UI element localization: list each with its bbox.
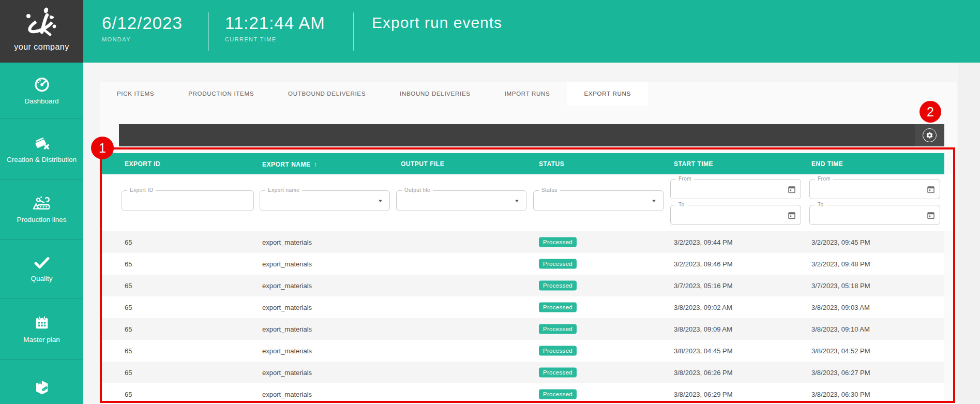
- sidebar-item-quality[interactable]: Quality: [0, 240, 83, 299]
- filter-export-id[interactable]: Export ID: [122, 190, 254, 211]
- export-id-input[interactable]: [127, 193, 219, 208]
- filter-end-time-to[interactable]: To: [809, 205, 940, 225]
- calendar-picker-icon[interactable]: [788, 211, 795, 219]
- start-from-input[interactable]: [676, 182, 767, 197]
- sidebar-item-production-lines[interactable]: Production lines: [0, 179, 83, 240]
- cell-export-name: export_materials: [262, 347, 312, 355]
- cell-end-time: 3/8/2023, 06:27 PM: [811, 369, 870, 377]
- table-row[interactable]: 65 export_materials Processed 3/8/2023, …: [102, 296, 944, 318]
- end-from-input[interactable]: [815, 182, 906, 197]
- filter-status-label: Status: [539, 187, 560, 193]
- tab-import-runs[interactable]: IMPORT RUNS: [488, 82, 567, 106]
- sidebar-item-master-plan[interactable]: Master plan: [0, 299, 83, 360]
- calendar-picker-icon[interactable]: [927, 185, 934, 193]
- column-header-export-name[interactable]: EXPORT NAME↑: [262, 160, 318, 168]
- cell-start-time: 3/7/2023, 05:16 PM: [674, 282, 732, 290]
- check-icon: [33, 256, 51, 270]
- status-input[interactable]: [539, 193, 629, 208]
- start-to-input[interactable]: [676, 207, 767, 223]
- tab-outbound-deliveries[interactable]: OUTBOUND DELIVERIES: [271, 82, 383, 106]
- cell-status: Processed: [539, 324, 577, 334]
- table-row[interactable]: 65 export_materials Processed 3/2/2023, …: [102, 253, 944, 275]
- status-badge: Processed: [539, 281, 577, 291]
- table-row[interactable]: 65 export_materials Processed 3/8/2023, …: [102, 340, 944, 362]
- filter-end-from-label: From: [815, 176, 833, 182]
- export-name-input[interactable]: [265, 193, 356, 208]
- chevron-down-icon[interactable]: ▼: [651, 199, 657, 203]
- cell-end-time: 3/7/2023, 05:18 PM: [811, 282, 870, 290]
- column-header-status[interactable]: STATUS: [539, 160, 564, 168]
- sidebar-item-label: Quality: [27, 275, 55, 283]
- filter-start-time-from[interactable]: From: [670, 179, 801, 199]
- column-header-end-time[interactable]: END TIME: [811, 160, 843, 168]
- cell-export-name: export_materials: [262, 325, 312, 333]
- settings-button-circle: [923, 128, 937, 142]
- cell-start-time: 3/8/2023, 04:45 PM: [674, 347, 732, 355]
- cell-export-id: 65: [125, 304, 132, 311]
- sidebar-item-dashboard[interactable]: Dashboard: [0, 63, 83, 119]
- tab-pick-items[interactable]: PICK ITEMS: [100, 82, 171, 106]
- status-badge: Processed: [539, 237, 577, 247]
- table-body: 65 export_materials Processed 3/2/2023, …: [102, 231, 944, 404]
- sidebar-item-partial[interactable]: [0, 360, 83, 404]
- table-row[interactable]: 65 export_materials Processed 3/8/2023, …: [102, 362, 944, 383]
- sidebar-nav: Dashboard Creation & Distribution: [0, 63, 83, 404]
- tab-inbound-deliveries[interactable]: INBOUND DELIVERIES: [383, 82, 488, 106]
- cell-end-time: 3/8/2023, 09:10 AM: [811, 325, 870, 333]
- column-header-start-time[interactable]: START TIME: [674, 160, 713, 168]
- grid-toolbar: [119, 124, 944, 146]
- conveyor-icon: [33, 194, 51, 211]
- calendar-picker-icon[interactable]: [788, 185, 795, 193]
- filter-export-name[interactable]: Export name ▼: [260, 190, 390, 211]
- status-badge: Processed: [539, 346, 577, 356]
- column-header-export-id[interactable]: EXPORT ID: [125, 160, 160, 168]
- date-block: 6/12/2023 MONDAY: [102, 13, 183, 42]
- cell-end-time: 3/8/2023, 04:52 PM: [811, 347, 870, 355]
- column-header-export-name-label: EXPORT NAME: [262, 160, 311, 168]
- cell-export-name: export_materials: [262, 369, 312, 377]
- column-header-output-file[interactable]: OUTPUT FILE: [401, 160, 444, 168]
- tab-production-items[interactable]: PRODUCTION ITEMS: [171, 82, 271, 106]
- filter-status[interactable]: Status ▼: [533, 190, 664, 211]
- table-row[interactable]: 65 export_materials Processed 3/8/2023, …: [102, 383, 944, 404]
- output-file-input[interactable]: [402, 193, 492, 208]
- tickets-icon: [33, 134, 51, 151]
- table-row[interactable]: 65 export_materials Processed 3/7/2023, …: [102, 275, 944, 296]
- annotation-marker-2: 2: [919, 101, 941, 123]
- cell-end-time: 3/2/2023, 09:45 PM: [811, 238, 870, 246]
- status-badge: Processed: [539, 259, 577, 269]
- cell-export-id: 65: [125, 369, 132, 377]
- cell-export-id: 65: [125, 238, 132, 246]
- filter-output-file[interactable]: Output file ▼: [396, 190, 526, 211]
- filter-end-time-from[interactable]: From: [809, 179, 940, 199]
- cell-start-time: 3/8/2023, 09:09 AM: [674, 325, 732, 333]
- sidebar-item-label: Creation & Distribution: [4, 156, 80, 164]
- brand-name: your company: [14, 42, 69, 52]
- table-row[interactable]: 65 export_materials Processed 3/8/2023, …: [102, 318, 944, 340]
- cell-status: Processed: [539, 368, 577, 378]
- chevron-down-icon[interactable]: ▼: [514, 199, 520, 203]
- sidebar-item-creation-distribution[interactable]: Creation & Distribution: [0, 119, 83, 179]
- table-row[interactable]: 65 export_materials Processed 3/2/2023, …: [102, 231, 944, 253]
- company-logo[interactable]: your company: [0, 0, 83, 63]
- cell-status: Processed: [539, 390, 577, 399]
- header-divider: [208, 12, 209, 51]
- cell-end-time: 3/8/2023, 06:30 PM: [811, 391, 870, 398]
- cell-export-id: 65: [125, 325, 132, 333]
- current-time-label: CURRENT TIME: [225, 36, 325, 42]
- chevron-down-icon[interactable]: ▼: [378, 199, 383, 203]
- logo-figure-icon: [22, 4, 62, 41]
- cell-export-name: export_materials: [262, 282, 312, 290]
- cell-export-name: export_materials: [262, 304, 312, 311]
- settings-button[interactable]: [915, 124, 944, 146]
- end-to-input[interactable]: [815, 207, 906, 223]
- cell-status: Processed: [539, 346, 577, 356]
- calendar-picker-icon[interactable]: [927, 211, 934, 219]
- current-date: 6/12/2023: [102, 13, 183, 33]
- filter-row: Export ID Export name ▼ Output file ▼ St…: [102, 174, 953, 231]
- tab-export-runs[interactable]: EXPORT RUNS: [567, 82, 647, 106]
- table-header: EXPORT ID EXPORT NAME↑ OUTPUT FILE STATU…: [102, 153, 944, 174]
- filter-output-file-label: Output file: [402, 187, 433, 193]
- filter-start-time-to[interactable]: To: [670, 205, 801, 225]
- filter-end-to-label: To: [815, 202, 826, 207]
